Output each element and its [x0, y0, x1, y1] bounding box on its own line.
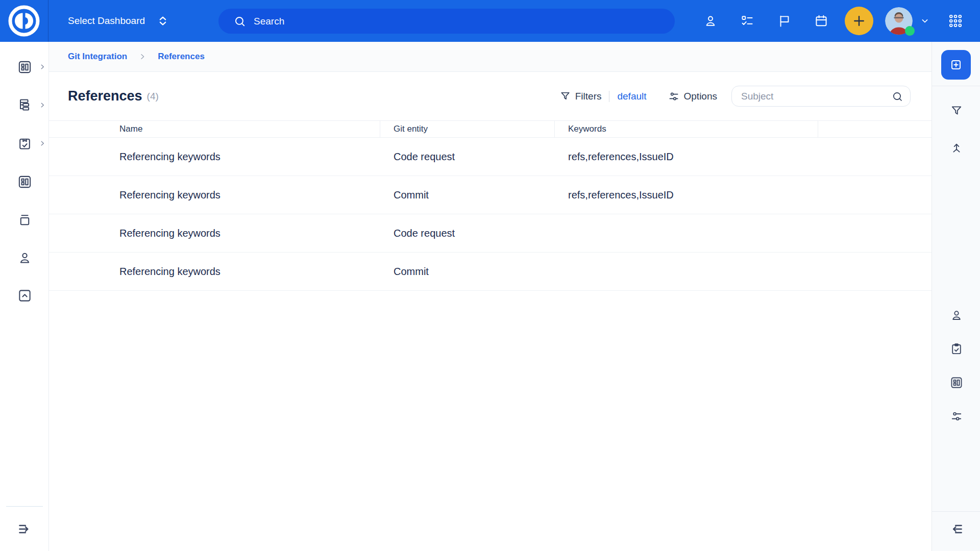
cell-name: Referencing keywords — [49, 138, 380, 176]
column-header-git-entity[interactable]: Git entity — [380, 121, 555, 137]
main-content: Git Integration References References (4… — [49, 42, 932, 551]
dashboard-selector[interactable]: Select Dashboard — [68, 0, 169, 42]
archive-box-icon — [17, 213, 32, 228]
user-icon — [703, 14, 718, 28]
dashboard-selector-label: Select Dashboard — [68, 15, 145, 27]
options-label: Options — [684, 91, 717, 102]
cell-git-entity: Commit — [380, 176, 555, 214]
cell-git-entity: Commit — [380, 253, 555, 290]
calendar-button[interactable] — [810, 0, 832, 42]
panel-filter-button[interactable] — [932, 97, 980, 124]
chevron-right-icon[interactable] — [39, 63, 46, 70]
app-window: Select Dashboard — [0, 0, 980, 551]
package-check-icon — [17, 136, 32, 151]
user-avatar[interactable] — [885, 7, 913, 35]
add-view-button[interactable] — [941, 50, 971, 80]
expand-sidebar-button[interactable] — [0, 510, 49, 548]
chevron-down-icon — [920, 16, 930, 26]
cell-actions — [818, 138, 932, 176]
table-row[interactable]: Referencing keywords Commit — [49, 253, 932, 291]
chevron-right-icon — [138, 53, 146, 61]
cell-actions — [818, 214, 932, 252]
chevron-updown-icon — [156, 14, 169, 28]
avatar-menu-chevron[interactable] — [916, 0, 934, 42]
calendar-icon — [814, 14, 828, 28]
sidebar-divider — [6, 506, 43, 507]
tune-icon — [668, 90, 680, 103]
global-search[interactable] — [218, 9, 675, 34]
references-table: Name Git entity Keywords Referencing key… — [49, 120, 932, 291]
promote-up-icon — [950, 141, 963, 154]
expand-panel-icon — [948, 521, 965, 537]
expand-panel-button[interactable] — [932, 516, 980, 542]
presence-indicator — [905, 26, 915, 36]
tasks-button[interactable] — [736, 0, 758, 42]
toolbar-divider — [609, 91, 609, 102]
collapse-up-box-icon — [17, 288, 32, 303]
sidebar-item-collapse-group[interactable] — [0, 277, 49, 314]
table-row[interactable]: Referencing keywords Code request refs,r… — [49, 138, 932, 176]
preset-default-link[interactable]: default — [617, 91, 646, 102]
flag-icon — [777, 14, 792, 28]
sidebar-item-hierarchy[interactable] — [0, 86, 49, 124]
cell-name: Referencing keywords — [49, 176, 380, 214]
column-header-actions — [818, 121, 932, 137]
table-row[interactable]: Referencing keywords Commit refs,referen… — [49, 176, 932, 214]
cell-name: Referencing keywords — [49, 214, 380, 252]
top-header: Select Dashboard — [0, 0, 980, 42]
app-logo-icon — [8, 5, 40, 37]
panel-checklist-button[interactable] — [932, 336, 980, 362]
subject-search[interactable] — [731, 86, 911, 107]
table-header-row: Name Git entity Keywords — [49, 120, 932, 138]
chevron-right-icon[interactable] — [39, 102, 46, 109]
people-icon — [17, 251, 32, 265]
right-sidebar-divider — [932, 86, 980, 86]
page-count: (4) — [147, 91, 159, 102]
breadcrumb-references[interactable]: References — [158, 52, 205, 62]
filter-funnel-icon — [559, 90, 571, 102]
left-sidebar — [0, 42, 49, 551]
sidebar-item-plan[interactable] — [0, 124, 49, 162]
filter-funnel-icon — [950, 104, 963, 117]
global-search-input[interactable] — [254, 16, 611, 27]
home-logo-button[interactable] — [0, 0, 48, 42]
panel-settings-button[interactable] — [932, 403, 980, 430]
panel-promote-button[interactable] — [932, 134, 980, 161]
subject-search-input[interactable] — [732, 91, 880, 102]
flag-button[interactable] — [773, 0, 796, 42]
table-row[interactable]: Referencing keywords Code request — [49, 214, 932, 253]
boards-icon — [17, 60, 32, 74]
hierarchy-icon — [17, 98, 32, 113]
apps-grid-icon — [948, 13, 963, 29]
plus-icon — [851, 13, 867, 29]
breadcrumb: Git Integration References — [49, 42, 932, 72]
panel-board-button[interactable] — [932, 369, 980, 396]
user-button[interactable] — [699, 0, 722, 42]
sidebar-item-archive[interactable] — [0, 201, 49, 239]
panel-people-button[interactable] — [932, 302, 980, 329]
right-sidebar-bottom-divider — [932, 511, 980, 512]
quick-add-button[interactable] — [845, 7, 873, 35]
cell-keywords: refs,references,IssueID — [555, 138, 818, 176]
search-icon[interactable] — [891, 90, 904, 103]
cell-name: Referencing keywords — [49, 253, 380, 290]
column-header-keywords[interactable]: Keywords — [555, 121, 818, 137]
options-button[interactable]: Options — [668, 90, 717, 103]
clipboard-check-icon — [950, 342, 963, 356]
breadcrumb-git-integration[interactable]: Git Integration — [68, 52, 127, 62]
expand-sidebar-icon — [16, 521, 33, 537]
cell-keywords: refs,references,IssueID — [555, 176, 818, 214]
apps-menu-button[interactable] — [944, 0, 967, 42]
cell-actions — [818, 253, 932, 290]
toolbar: Filters default Options — [559, 72, 911, 120]
sidebar-item-people[interactable] — [0, 239, 49, 277]
column-header-name[interactable]: Name — [49, 121, 380, 137]
tune-icon — [950, 410, 963, 423]
sidebar-item-views[interactable] — [0, 163, 49, 201]
cell-git-entity: Code request — [380, 138, 555, 176]
filters-button[interactable]: Filters — [559, 90, 602, 102]
cell-keywords — [555, 253, 818, 290]
sidebar-item-boards[interactable] — [0, 48, 49, 86]
chevron-right-icon[interactable] — [39, 140, 46, 147]
page-title: References — [68, 88, 142, 104]
